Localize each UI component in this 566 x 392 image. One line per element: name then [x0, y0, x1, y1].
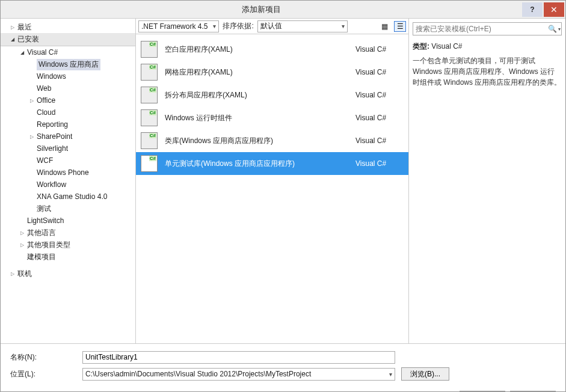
template-icon [141, 109, 158, 126]
location-label: 位置(L): [10, 369, 76, 379]
tree-windows-store[interactable]: Windows 应用商店 [1, 58, 135, 70]
title-bar: 添加新项目 ? ✕ [1, 1, 565, 19]
dialog-buttons: 确定 取消 [1, 387, 565, 392]
tree-recent[interactable]: 最近 [1, 21, 135, 33]
chevron-down-icon [9, 36, 16, 43]
browse-button[interactable]: 浏览(B)... [401, 367, 449, 381]
details-panel: 🔍 类型: Visual C# 一个包含单元测试的项目，可用于测试 Window… [409, 19, 565, 343]
tree-other-lang[interactable]: 其他语言 [1, 227, 135, 239]
tree-web[interactable]: Web [1, 82, 135, 94]
template-row[interactable]: 拆分布局应用程序(XAML) Visual C# [136, 84, 408, 106]
search-input[interactable] [413, 25, 547, 33]
template-icon [141, 41, 158, 58]
template-toolbar: .NET Framework 4.5 排序依据: 默认值 ▦ ☰ [136, 19, 408, 34]
search-icon[interactable]: 🔍 [547, 25, 561, 33]
template-icon [141, 87, 158, 103]
tree-silverlight[interactable]: Silverlight [1, 142, 135, 155]
tree-windows[interactable]: Windows [1, 70, 135, 82]
tree-test[interactable]: 测试 [1, 203, 135, 215]
close-button[interactable]: ✕ [544, 2, 564, 17]
tree-lightswitch[interactable]: LightSwitch [1, 215, 135, 227]
name-row: 名称(N): [10, 349, 556, 366]
bottom-form: 名称(N): 位置(L): C:\Users\admin\Documents\V… [1, 343, 565, 387]
template-center: .NET Framework 4.5 排序依据: 默认值 ▦ ☰ 空白应用程序(… [136, 19, 409, 343]
sort-select[interactable]: 默认值 [257, 20, 348, 32]
template-icon [141, 64, 158, 81]
chevron-right-icon [9, 271, 16, 277]
template-row[interactable]: 空白应用程序(XAML) Visual C# [136, 38, 408, 61]
tree-online[interactable]: 联机 [1, 268, 135, 280]
dialog-title: 添加新项目 [1, 4, 522, 15]
sort-label: 排序依据: [223, 21, 253, 31]
details-type: 类型: Visual C# [413, 41, 562, 52]
tree-xna[interactable]: XNA Game Studio 4.0 [1, 191, 135, 203]
tree-office[interactable]: Office [1, 94, 135, 106]
details-description: 一个包含单元测试的项目，可用于测试 Windows 应用商店应用程序、Windo… [413, 55, 562, 88]
chevron-down-icon [19, 49, 25, 56]
template-row[interactable]: 类库(Windows 应用商店应用程序) Visual C# [136, 129, 408, 152]
location-combo[interactable]: C:\Users\admin\Documents\Visual Studio 2… [82, 368, 395, 381]
framework-select[interactable]: .NET Framework 4.5 [138, 20, 219, 32]
chevron-right-icon [28, 97, 35, 104]
view-small-icons[interactable]: ☰ [394, 21, 406, 32]
template-tree: 最近 已安装 Visual C# Windows 应用商店 Windows We… [1, 19, 136, 343]
tree-reporting[interactable]: Reporting [1, 118, 135, 130]
view-medium-icons[interactable]: ▦ [378, 21, 390, 32]
name-input[interactable] [82, 351, 395, 364]
tree-sharepoint[interactable]: SharePoint [1, 130, 135, 142]
chevron-right-icon [28, 133, 35, 140]
location-row: 位置(L): C:\Users\admin\Documents\Visual S… [10, 366, 556, 382]
template-list: 空白应用程序(XAML) Visual C# 网格应用程序(XAML) Visu… [136, 34, 408, 343]
tree-model-proj[interactable]: 建模项目 [1, 251, 135, 263]
template-row-selected[interactable]: 单元测试库(Windows 应用商店应用程序) Visual C# [136, 152, 408, 175]
help-button[interactable]: ? [522, 2, 543, 17]
tree-other-proj[interactable]: 其他项目类型 [1, 239, 135, 251]
chevron-right-icon [9, 24, 16, 31]
tree-workflow[interactable]: Workflow [1, 179, 135, 191]
chevron-right-icon [19, 230, 25, 236]
template-icon [141, 132, 158, 149]
chevron-right-icon [19, 242, 25, 248]
name-label: 名称(N): [10, 352, 76, 363]
template-icon [141, 155, 158, 172]
tree-cloud[interactable]: Cloud [1, 106, 135, 118]
tree-windows-phone[interactable]: Windows Phone [1, 167, 135, 179]
search-box[interactable]: 🔍 [413, 22, 562, 35]
template-row[interactable]: 网格应用程序(XAML) Visual C# [136, 61, 408, 84]
tree-visual-csharp[interactable]: Visual C# [1, 46, 135, 58]
main-content: 最近 已安装 Visual C# Windows 应用商店 Windows We… [1, 19, 565, 343]
template-row[interactable]: Windows 运行时组件 Visual C# [136, 106, 408, 129]
tree-installed[interactable]: 已安装 [1, 33, 135, 46]
tree-wcf[interactable]: WCF [1, 155, 135, 167]
